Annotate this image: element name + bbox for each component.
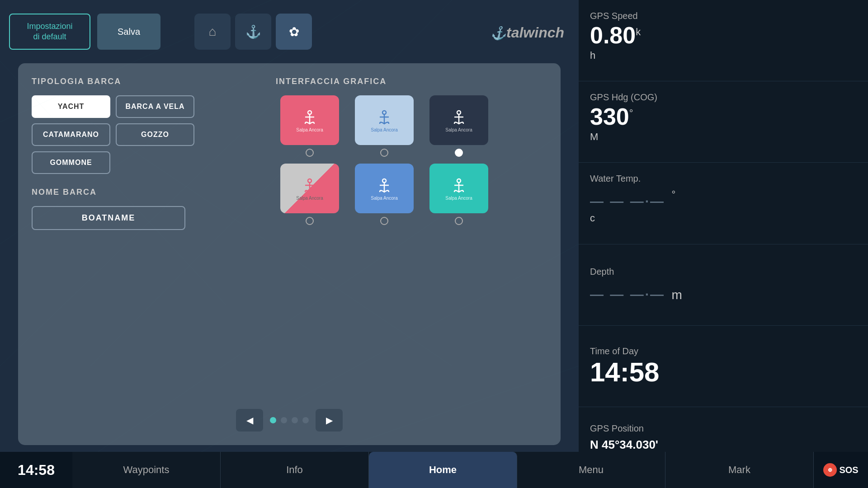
theme-item-2: Salpa Ancora — [350, 95, 418, 157]
boat-type-title: TIPOLOGIA BARCA — [32, 77, 258, 86]
svg-point-16 — [457, 111, 461, 114]
sos-label: SOS — [839, 465, 858, 475]
svg-point-13 — [382, 111, 386, 114]
page-dot-1[interactable] — [270, 417, 276, 423]
theme-item-6: Salpa Ancora — [425, 164, 493, 225]
svg-point-25 — [457, 179, 461, 183]
fan-icon: ✿ — [289, 24, 299, 39]
page-dot-2[interactable] — [281, 417, 287, 423]
anchor-icon — [450, 176, 468, 194]
footer-nav-items: Waypoints Info Home Menu Mark — [72, 452, 814, 488]
theme-radio-light-blue[interactable] — [380, 149, 388, 157]
footer-nav: 14:58 Waypoints Info Home Menu Mark ⊕ SO… — [0, 452, 868, 488]
boat-name-title: NOME BARCA — [32, 188, 258, 197]
theme-item-1: Salpa Ancora — [276, 95, 344, 157]
theme-item-5: Salpa Ancora — [350, 164, 418, 225]
home-icon: ⌂ — [209, 24, 217, 39]
gps-hdg-label: GPS Hdg (COG) — [590, 92, 857, 103]
next-page-button[interactable]: ▶ — [316, 409, 343, 432]
depth-label: Depth — [590, 267, 857, 277]
water-temp-value: — — —·— °c — [590, 186, 857, 233]
water-temp-dash: — — —·— — [590, 194, 665, 209]
logo: ⚓talwinch — [488, 20, 570, 43]
footer-mark[interactable]: Mark — [665, 452, 814, 488]
anchor-icon — [301, 108, 319, 126]
gps-speed-section: GPS Speed 0.80kh — [579, 0, 868, 81]
anchor-nav-button[interactable]: ⚓ — [235, 14, 271, 50]
footer-home[interactable]: Home — [369, 452, 517, 488]
sos-icon: ⊕ — [823, 463, 837, 477]
boat-type-yacht[interactable]: YACHT — [32, 95, 110, 118]
boat-type-catamarano[interactable]: CATAMARANO — [32, 123, 110, 146]
page-dot-3[interactable] — [292, 417, 298, 423]
time-section: Time of Day 14:58 — [579, 326, 868, 407]
theme-card-pink-gray[interactable]: Salpa Ancora — [280, 164, 339, 213]
page-dot-4[interactable] — [302, 417, 309, 423]
gps-lat: N 45°34.030' — [590, 436, 857, 454]
depth-value: — — —·— m — [590, 279, 857, 303]
boat-type-gommone[interactable]: GOMMONE — [32, 151, 110, 174]
footer-menu[interactable]: Menu — [517, 452, 665, 488]
boat-type-gozzo[interactable]: GOZZO — [116, 123, 194, 146]
theme-label-light-blue: Salpa Ancora — [371, 127, 398, 132]
svg-point-19 — [308, 179, 311, 183]
footer-waypoints[interactable]: Waypoints — [72, 452, 221, 488]
theme-radio-blue[interactable] — [380, 217, 388, 225]
gps-speed-value: 0.80kh — [590, 23, 857, 70]
fan-nav-button[interactable]: ✿ — [276, 14, 312, 50]
gps-speed-label: GPS Speed — [590, 11, 857, 21]
boat-name-section: NOME BARCA — [32, 188, 258, 230]
theme-label-dark: Salpa Ancora — [445, 127, 472, 132]
boat-type-grid: YACHT BARCA A VELA CATAMARANO GOZZO GOMM… — [32, 95, 194, 174]
anchor-icon — [450, 108, 468, 126]
anchor-icon — [301, 176, 319, 194]
theme-radio-teal[interactable] — [455, 217, 463, 225]
gps-hdg-section: GPS Hdg (COG) 330°M — [579, 81, 868, 163]
theme-radio-pink-gray[interactable] — [306, 217, 314, 225]
time-of-day-value: 14:58 — [590, 359, 857, 386]
gps-position-label: GPS Position — [590, 423, 857, 434]
depth-dash: — — —·— — [590, 287, 665, 302]
default-settings-button[interactable]: Impostazioni di default — [9, 14, 90, 50]
svg-point-10 — [308, 111, 311, 114]
water-temp-label: Water Temp. — [590, 174, 857, 184]
theme-item-3: Salpa Ancora — [425, 95, 493, 157]
theme-label-pink: Salpa Ancora — [296, 127, 323, 132]
prev-page-button[interactable]: ◀ — [236, 409, 263, 432]
home-nav-button[interactable]: ⌂ — [194, 14, 231, 50]
anchor-icon: ⚓ — [245, 24, 261, 39]
boat-name-input[interactable] — [32, 206, 185, 230]
theme-radio-pink[interactable] — [306, 149, 314, 157]
boat-type-barca-a-vela[interactable]: BARCA A VELA — [116, 95, 194, 118]
depth-unit: m — [671, 288, 682, 302]
theme-card-teal[interactable]: Salpa Ancora — [429, 164, 488, 213]
theme-grid: Salpa Ancora Salpa Ancora — [276, 95, 493, 225]
theme-card-pink[interactable]: Salpa Ancora — [280, 95, 339, 145]
theme-item-4: Salpa Ancora — [276, 164, 344, 225]
pagination: ◀ ▶ — [32, 409, 547, 432]
theme-label-teal: Salpa Ancora — [445, 196, 472, 201]
water-temp-section: Water Temp. — — —·— °c — [579, 163, 868, 244]
theme-card-dark[interactable]: Salpa Ancora — [429, 95, 488, 145]
time-of-day-label: Time of Day — [590, 346, 857, 357]
gps-hdg-value: 330°M — [590, 105, 857, 152]
svg-point-22 — [382, 179, 386, 183]
footer-info[interactable]: Info — [221, 452, 369, 488]
footer-time: 14:58 — [0, 452, 72, 488]
save-button[interactable]: Salva — [97, 14, 160, 50]
depth-section: Depth — — —·— m — [579, 244, 868, 326]
footer-sos[interactable]: ⊕ SOS — [814, 452, 868, 488]
theme-card-light-blue[interactable]: Salpa Ancora — [355, 95, 414, 145]
anchor-icon — [375, 108, 393, 126]
interface-title: INTERFACCIA GRAFICA — [276, 77, 547, 86]
theme-label-blue: Salpa Ancora — [371, 196, 398, 201]
theme-radio-dark[interactable] — [455, 149, 463, 157]
theme-card-blue[interactable]: Salpa Ancora — [355, 164, 414, 213]
theme-label-pink-gray: Salpa Ancora — [296, 196, 323, 201]
svg-text:⚓talwinch: ⚓talwinch — [490, 24, 564, 41]
anchor-icon — [375, 176, 393, 194]
